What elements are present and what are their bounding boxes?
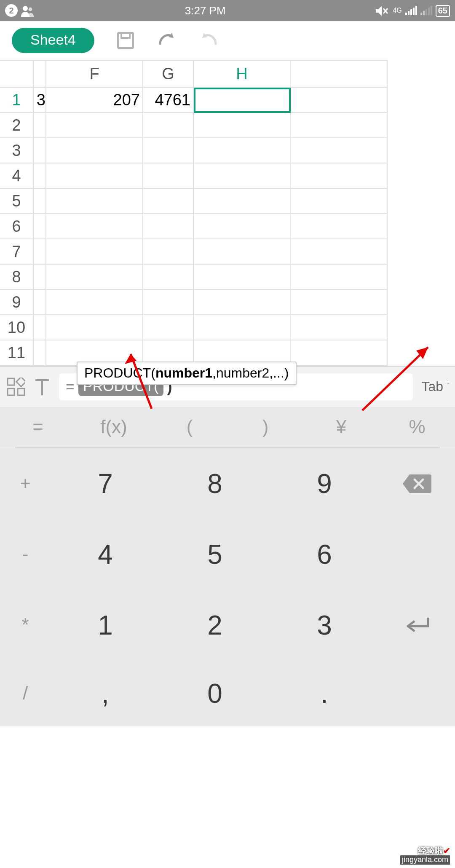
cell-H2[interactable] [194, 113, 291, 138]
sheet-tab[interactable]: Sheet4 [12, 28, 94, 53]
cell-frag11[interactable] [34, 340, 46, 366]
cell-H1[interactable] [194, 88, 291, 113]
enter-key[interactable] [379, 590, 455, 661]
key-8[interactable]: 8 [160, 448, 270, 519]
row-number[interactable]: 11 [0, 340, 34, 366]
cell-H4[interactable] [194, 163, 291, 189]
cell-G5[interactable] [143, 189, 194, 214]
cell-G9[interactable] [143, 290, 194, 315]
cell-frag1[interactable]: 3 [34, 88, 46, 113]
spreadsheet[interactable]: F G H 132074761234567891011 PRODUCT(numb… [0, 60, 455, 366]
cell-I2[interactable] [291, 113, 388, 138]
key-5[interactable]: 5 [160, 519, 270, 590]
column-header-partial[interactable] [34, 60, 46, 88]
key-equals[interactable]: = [0, 407, 76, 447]
cell-F8[interactable] [46, 265, 143, 290]
cell-F3[interactable] [46, 138, 143, 163]
redo-icon[interactable] [199, 32, 219, 49]
cell-frag7[interactable] [34, 239, 46, 265]
cell-frag10[interactable] [34, 315, 46, 340]
row-number[interactable]: 2 [0, 113, 34, 138]
cell-I8[interactable] [291, 265, 388, 290]
key-,[interactable]: , [51, 661, 160, 726]
cell-G7[interactable] [143, 239, 194, 265]
cell-frag3[interactable] [34, 138, 46, 163]
tab-button[interactable]: Tab [421, 379, 448, 394]
cell-I11[interactable] [291, 340, 388, 366]
cell-G4[interactable] [143, 163, 194, 189]
key-fx[interactable]: f(x) [76, 407, 152, 447]
cell-F1[interactable]: 207 [46, 88, 143, 113]
cell-I4[interactable] [291, 163, 388, 189]
cell-frag8[interactable] [34, 265, 46, 290]
key-7[interactable]: 7 [51, 448, 160, 519]
cell-I3[interactable] [291, 138, 388, 163]
key-op-/[interactable]: / [0, 661, 51, 726]
cell-I9[interactable] [291, 290, 388, 315]
key-2[interactable]: 2 [160, 590, 270, 661]
cell-G3[interactable] [143, 138, 194, 163]
cell-H3[interactable] [194, 138, 291, 163]
cell-F6[interactable] [46, 214, 143, 239]
text-mode-icon[interactable] [34, 378, 51, 396]
key-open-paren[interactable]: ( [152, 407, 228, 447]
key-4[interactable]: 4 [51, 519, 160, 590]
key-percent[interactable]: % [379, 407, 455, 447]
cell-F4[interactable] [46, 163, 143, 189]
cell-frag5[interactable] [34, 189, 46, 214]
cell-I10[interactable] [291, 315, 388, 340]
key-1[interactable]: 1 [51, 590, 160, 661]
key-0[interactable]: 0 [160, 661, 270, 726]
cell-I5[interactable] [291, 189, 388, 214]
cell-I6[interactable] [291, 214, 388, 239]
cell-frag2[interactable] [34, 113, 46, 138]
key-yen[interactable]: ¥ [303, 407, 379, 447]
column-header-G[interactable]: G [143, 60, 194, 88]
cell-frag4[interactable] [34, 163, 46, 189]
cell-F9[interactable] [46, 290, 143, 315]
cell-G1[interactable]: 4761 [143, 88, 194, 113]
cell-H5[interactable] [194, 189, 291, 214]
cell-H6[interactable] [194, 214, 291, 239]
cell-frag9[interactable] [34, 290, 46, 315]
row-number[interactable]: 7 [0, 239, 34, 265]
row-number[interactable]: 10 [0, 315, 34, 340]
cell-G6[interactable] [143, 214, 194, 239]
key-op-*[interactable]: * [0, 590, 51, 661]
cell-G10[interactable] [143, 315, 194, 340]
cell-frag6[interactable] [34, 214, 46, 239]
row-number[interactable]: 6 [0, 214, 34, 239]
cell-F5[interactable] [46, 189, 143, 214]
cell-H8[interactable] [194, 265, 291, 290]
cell-G2[interactable] [143, 113, 194, 138]
column-header-F[interactable]: F [46, 60, 143, 88]
cell-F2[interactable] [46, 113, 143, 138]
row-number[interactable]: 5 [0, 189, 34, 214]
cell-H7[interactable] [194, 239, 291, 265]
cell-H9[interactable] [194, 290, 291, 315]
cell-H10[interactable] [194, 315, 291, 340]
cell-G8[interactable] [143, 265, 194, 290]
key-close-paren[interactable]: ) [228, 407, 303, 447]
key-op-+[interactable]: + [0, 448, 51, 519]
apps-icon[interactable] [7, 378, 25, 396]
key-3[interactable]: 3 [270, 590, 379, 661]
row-number[interactable]: 4 [0, 163, 34, 189]
cell-I1[interactable] [291, 88, 388, 113]
corner-stub[interactable] [0, 60, 34, 88]
key-.[interactable]: . [270, 661, 379, 726]
save-icon[interactable] [116, 31, 135, 50]
key-empty[interactable] [379, 661, 455, 726]
cell-F10[interactable] [46, 315, 143, 340]
key-9[interactable]: 9 [270, 448, 379, 519]
undo-icon[interactable] [157, 32, 177, 49]
cell-I7[interactable] [291, 239, 388, 265]
key-empty[interactable] [379, 519, 455, 590]
key-6[interactable]: 6 [270, 519, 379, 590]
row-number[interactable]: 9 [0, 290, 34, 315]
column-header-I[interactable] [291, 60, 388, 88]
cell-F7[interactable] [46, 239, 143, 265]
column-header-H[interactable]: H [194, 60, 291, 88]
row-number[interactable]: 3 [0, 138, 34, 163]
row-number[interactable]: 1 [0, 88, 34, 113]
